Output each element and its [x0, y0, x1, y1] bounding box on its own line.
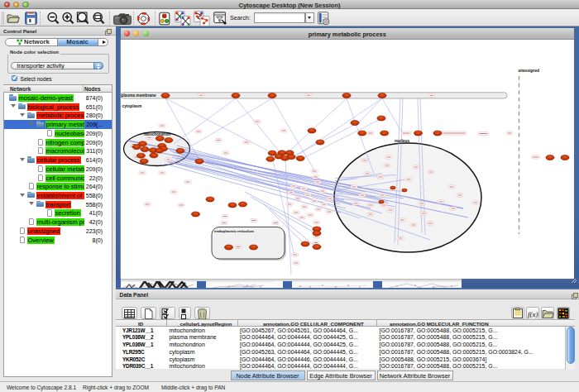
svg-text:cytoplasm: cytoplasm [122, 104, 142, 108]
svg-text:endoplasmic reticulum: endoplasmic reticulum [214, 229, 254, 233]
svg-text:unassigned: unassigned [519, 69, 540, 73]
svg-text:f(x): f(x) [528, 309, 538, 318]
svg-text:nucleus: nucleus [395, 139, 409, 143]
svg-text:mitochondrion: mitochondrion [144, 132, 170, 136]
svg-text:plasma membrane: plasma membrane [122, 93, 156, 98]
